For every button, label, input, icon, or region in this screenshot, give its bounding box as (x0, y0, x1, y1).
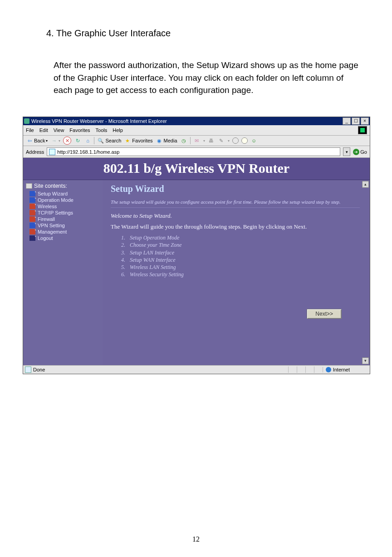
file-icon (29, 223, 35, 228)
sidebar-item-setup-wizard[interactable]: Setup Wizard (29, 191, 101, 197)
go-label: Go (360, 149, 367, 155)
media-icon: ◉ (156, 137, 163, 144)
wizard-step-label: Setup WAN Interface (130, 256, 175, 264)
address-input[interactable]: http://192.168.1.1/home.asp (47, 147, 340, 156)
wizard-guide: The Wizard will guide you the through fo… (111, 223, 360, 230)
favorites-label: Favorites (132, 138, 152, 143)
favorites-button[interactable]: ★ Favorites (124, 137, 152, 144)
file-icon (29, 197, 35, 203)
related-icon[interactable] (241, 137, 248, 144)
wizard-step: 4.Setup WAN Interface (121, 256, 360, 264)
menu-favorites[interactable]: Favorites (69, 127, 90, 133)
media-button[interactable]: ◉ Media (156, 137, 177, 144)
window-title: Wireless VPN Router Webserver - Microsof… (31, 118, 342, 124)
address-dropdown[interactable]: ▾ (343, 147, 350, 156)
statusbar: Done Internet (23, 365, 370, 374)
sidebar-item-wireless[interactable]: Wireless (29, 203, 101, 210)
wizard-step-label: Wireless LAN Setting (130, 264, 176, 271)
wizard-step: 1.Setup Operation Mode (121, 234, 360, 241)
wizard-step: 5.Wireless LAN Setting (121, 264, 360, 271)
print-icon[interactable]: 🖶 (208, 137, 215, 144)
next-button[interactable]: Next>> (307, 309, 342, 319)
address-label: Address (26, 149, 44, 155)
file-icon (29, 235, 35, 241)
folder-icon (29, 216, 35, 222)
back-button[interactable]: ⇦ Back ▾ (26, 137, 48, 144)
internet-zone-icon (326, 367, 331, 372)
sidebar-item-tcpip-settings[interactable]: TCP/IP Settings (29, 210, 101, 216)
discuss-icon[interactable] (232, 137, 239, 144)
file-icon (29, 191, 35, 196)
wizard-step: 6.Wireless Security Setting (121, 271, 360, 278)
status-text: Done (33, 367, 45, 372)
wizard-step-label: Wireless Security Setting (130, 271, 184, 278)
search-button[interactable]: 🔍 Search (97, 137, 121, 144)
screenshot-figure: Wireless VPN Router Webserver - Microsof… (23, 117, 369, 374)
toolbar: ⇦ Back ▾ → ▾ ✕ ↻ ⌂ 🔍 Search ★ Fa (23, 136, 370, 146)
sidebar-item-management[interactable]: Management (29, 229, 101, 235)
sidebar-item-label: Operation Mode (38, 197, 74, 203)
menu-help[interactable]: Help (113, 127, 123, 133)
app-icon (24, 118, 29, 124)
sidebar-item-label: Logout (38, 235, 53, 241)
sidebar-item-label: VPN Setting (38, 223, 65, 228)
contents-icon (26, 183, 32, 189)
chevron-down-icon: ▾ (46, 139, 48, 143)
sidebar-item-label: Wireless (38, 204, 57, 209)
search-label: Search (105, 138, 121, 143)
edit-icon[interactable]: ✎ (218, 137, 225, 144)
sidebar-header-text: Site contents: (34, 183, 67, 189)
back-label: Back (34, 138, 45, 143)
maximize-button[interactable]: ☐ (352, 117, 360, 125)
wizard-welcome: Welcome to Setup Wizard. (111, 212, 360, 220)
sidebar-item-firewall[interactable]: Firewall (29, 216, 101, 222)
throbber-icon (358, 126, 367, 134)
divider (111, 208, 360, 209)
page-number: 12 (0, 535, 392, 543)
wizard-step: 3.Setup LAN Interface (121, 249, 360, 256)
wizard-title: Setup Wizard (111, 184, 360, 194)
mail-icon[interactable]: ✉ (193, 137, 201, 144)
minimize-button[interactable]: _ (343, 117, 351, 125)
menubar: File Edit View Favorites Tools Help (23, 125, 370, 136)
folder-icon (29, 229, 35, 235)
menu-tools[interactable]: Tools (96, 127, 108, 133)
scroll-down-button[interactable]: ▾ (362, 357, 369, 364)
done-icon (25, 366, 31, 373)
menu-edit[interactable]: Edit (39, 127, 48, 133)
browser-content: 802.11 b/g Wireless VPN Router Site cont… (23, 158, 370, 365)
folder-icon (29, 204, 35, 209)
sidebar-item-label: Firewall (38, 216, 55, 222)
menu-file[interactable]: File (26, 127, 34, 133)
wizard-step-label: Setup LAN Interface (130, 249, 174, 256)
page-icon (49, 149, 55, 155)
close-button[interactable]: × (361, 117, 369, 125)
home-icon[interactable]: ⌂ (84, 137, 91, 144)
section-heading: 4. The Graphic User Interaface (46, 28, 171, 39)
history-icon[interactable]: ◷ (180, 137, 187, 144)
zone-label: Internet (333, 367, 350, 372)
sidebar-item-vpn-setting[interactable]: VPN Setting (29, 222, 101, 229)
router-banner: 802.11 b/g Wireless VPN Router (23, 158, 370, 180)
wizard-steps: 1.Setup Operation Mode 2.Choose your Tim… (121, 234, 360, 278)
refresh-icon[interactable]: ↻ (74, 137, 81, 144)
star-icon: ★ (124, 137, 131, 144)
scroll-up-button[interactable]: ▴ (362, 181, 369, 188)
stop-icon[interactable]: ✕ (63, 137, 71, 145)
sidebar-header: Site contents: (26, 183, 101, 189)
forward-button[interactable]: → ▾ (50, 137, 60, 144)
sidebar-item-label: Setup Wizard (38, 191, 68, 196)
go-icon: ➔ (353, 149, 359, 155)
messenger-icon[interactable]: ☺ (250, 137, 258, 144)
intro-paragraph: After the password authorization, the Se… (54, 59, 362, 97)
sidebar-item-logout[interactable]: Logout (29, 235, 101, 241)
wizard-step-label: Setup Operation Mode (130, 234, 179, 241)
sidebar-item-label: Management (38, 229, 67, 235)
titlebar: Wireless VPN Router Webserver - Microsof… (23, 117, 370, 125)
addressbar: Address http://192.168.1.1/home.asp ▾ ➔ … (23, 146, 370, 158)
go-button[interactable]: ➔ Go (353, 149, 367, 155)
menu-view[interactable]: View (54, 127, 64, 133)
forward-arrow-icon: → (50, 137, 58, 144)
sidebar-item-operation-mode[interactable]: Operation Mode (29, 197, 101, 203)
main-panel: ▴ Setup Wizard The setup wizard will gui… (103, 180, 370, 365)
